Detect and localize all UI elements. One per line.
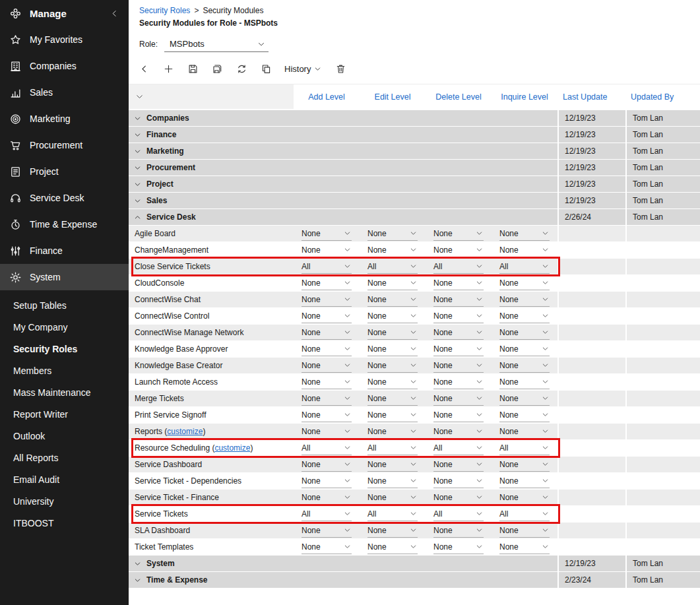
sidebar-item-outlook[interactable]: Outlook	[0, 425, 129, 447]
add-level-dropdown[interactable]: None	[302, 425, 352, 439]
sidebar-item-marketing[interactable]: Marketing	[0, 106, 129, 132]
save-button[interactable]	[187, 63, 199, 75]
chevron-up-icon[interactable]	[133, 213, 142, 222]
delete-level-dropdown[interactable]: None	[433, 227, 484, 241]
add-level-dropdown[interactable]: None	[302, 392, 352, 406]
sidebar-item-companies[interactable]: Companies	[0, 53, 129, 79]
column-header-last-update[interactable]: Last Update	[557, 84, 625, 109]
delete-level-dropdown[interactable]: None	[433, 474, 484, 488]
sidebar-item-manage[interactable]: Manage	[0, 0, 129, 26]
delete-level-dropdown[interactable]: None	[433, 293, 484, 307]
delete-level-dropdown[interactable]: None	[433, 458, 484, 472]
inquire-level-dropdown[interactable]: None	[499, 227, 550, 241]
delete-level-dropdown[interactable]: None	[433, 524, 484, 538]
column-header-delete-level[interactable]: Delete Level	[426, 84, 492, 109]
add-level-dropdown[interactable]: None	[302, 458, 352, 472]
group-row-companies[interactable]: Companies12/19/23Tom Lan	[129, 110, 700, 126]
edit-level-dropdown[interactable]: None	[367, 375, 418, 389]
inquire-level-dropdown[interactable]: None	[499, 243, 550, 257]
delete-level-dropdown[interactable]: None	[433, 392, 484, 406]
column-header-edit-level[interactable]: Edit Level	[360, 84, 426, 109]
inquire-level-dropdown[interactable]: None	[499, 276, 550, 290]
copy-button[interactable]	[260, 63, 272, 75]
group-row-system[interactable]: System12/19/23Tom Lan	[129, 556, 700, 571]
delete-level-dropdown[interactable]: None	[433, 425, 484, 439]
sidebar-item-project[interactable]: Project	[0, 158, 129, 185]
group-name-cell[interactable]: Service Desk	[129, 209, 294, 225]
edit-level-dropdown[interactable]: None	[367, 392, 418, 406]
inquire-level-dropdown[interactable]: None	[499, 474, 550, 488]
sidebar-item-security-roles[interactable]: Security Roles	[0, 338, 129, 360]
delete-level-dropdown[interactable]: None	[433, 375, 484, 389]
delete-level-dropdown[interactable]: All	[433, 507, 484, 521]
add-level-dropdown[interactable]: All	[302, 441, 352, 455]
inquire-level-dropdown[interactable]: None	[499, 309, 550, 323]
edit-level-dropdown[interactable]: None	[367, 309, 418, 323]
group-name-cell[interactable]: System	[129, 556, 294, 571]
delete-button[interactable]	[334, 63, 346, 75]
edit-level-dropdown[interactable]: None	[367, 425, 418, 439]
collapse-sidebar-icon[interactable]	[110, 9, 119, 18]
sidebar-item-all-reports[interactable]: All Reports	[0, 447, 129, 468]
delete-level-dropdown[interactable]: None	[433, 540, 484, 554]
edit-level-dropdown[interactable]: None	[367, 293, 418, 307]
chevron-down-icon[interactable]	[133, 164, 142, 172]
add-level-dropdown[interactable]: None	[302, 540, 352, 554]
inquire-level-dropdown[interactable]: None	[499, 342, 550, 356]
group-name-cell[interactable]: Finance	[129, 127, 294, 143]
edit-level-dropdown[interactable]: None	[367, 326, 418, 340]
add-button[interactable]	[162, 63, 174, 75]
delete-level-dropdown[interactable]: None	[433, 243, 484, 257]
group-name-cell[interactable]: Sales	[129, 193, 294, 208]
inquire-level-dropdown[interactable]: None	[499, 425, 550, 439]
edit-level-dropdown[interactable]: All	[367, 507, 418, 521]
group-name-cell[interactable]: Project	[129, 176, 294, 192]
inquire-level-dropdown[interactable]: None	[499, 524, 550, 538]
group-name-cell[interactable]: Time & Expense	[129, 572, 294, 588]
chevron-down-icon[interactable]	[133, 147, 142, 156]
delete-level-dropdown[interactable]: All	[433, 441, 484, 455]
inquire-level-dropdown[interactable]: None	[499, 359, 550, 373]
delete-level-dropdown[interactable]: None	[433, 342, 484, 356]
sidebar-item-time-expense[interactable]: Time & Expense	[0, 211, 129, 238]
column-header-inquire-level[interactable]: Inquire Level	[492, 84, 557, 109]
add-level-dropdown[interactable]: None	[302, 408, 352, 422]
group-row-finance[interactable]: Finance12/19/23Tom Lan	[129, 127, 700, 143]
breadcrumb-link[interactable]: Security Roles	[139, 6, 190, 15]
group-row-sales[interactable]: Sales12/19/23Tom Lan	[129, 193, 700, 208]
chevron-down-icon[interactable]	[133, 131, 142, 139]
edit-level-dropdown[interactable]: None	[367, 359, 418, 373]
edit-level-dropdown[interactable]: All	[367, 441, 418, 455]
column-header-add-level[interactable]: Add Level	[294, 84, 360, 109]
add-level-dropdown[interactable]: None	[302, 243, 352, 257]
chevron-down-icon[interactable]	[133, 576, 142, 585]
chevron-down-icon[interactable]	[133, 197, 142, 205]
group-row-time-expense[interactable]: Time & Expense2/23/24Tom Lan	[129, 572, 700, 588]
delete-level-dropdown[interactable]: None	[433, 326, 484, 340]
inquire-level-dropdown[interactable]: All	[499, 441, 550, 455]
add-level-dropdown[interactable]: All	[302, 507, 352, 521]
edit-level-dropdown[interactable]: None	[367, 276, 418, 290]
delete-level-dropdown[interactable]: None	[433, 276, 484, 290]
chevron-down-icon[interactable]	[133, 114, 142, 123]
add-level-dropdown[interactable]: None	[302, 342, 352, 356]
inquire-level-dropdown[interactable]: None	[499, 293, 550, 307]
inquire-level-dropdown[interactable]: All	[499, 260, 550, 274]
group-row-marketing[interactable]: Marketing12/19/23Tom Lan	[129, 143, 700, 159]
add-level-dropdown[interactable]: None	[302, 375, 352, 389]
group-name-cell[interactable]: Companies	[129, 110, 294, 126]
sidebar-item-my-favorites[interactable]: My Favorites	[0, 26, 129, 53]
sidebar-item-members[interactable]: Members	[0, 360, 129, 381]
expand-all-cell[interactable]	[129, 84, 294, 109]
group-row-procurement[interactable]: Procurement12/19/23Tom Lan	[129, 160, 700, 175]
sidebar-item-setup-tables[interactable]: Setup Tables	[0, 294, 129, 316]
inquire-level-dropdown[interactable]: None	[499, 392, 550, 406]
group-name-cell[interactable]: Procurement	[129, 160, 294, 175]
inquire-level-dropdown[interactable]: None	[499, 540, 550, 554]
inquire-level-dropdown[interactable]: None	[499, 326, 550, 340]
sidebar-item-procurement[interactable]: Procurement	[0, 132, 129, 158]
edit-level-dropdown[interactable]: None	[367, 540, 418, 554]
sidebar-item-service-desk[interactable]: Service Desk	[0, 185, 129, 211]
add-level-dropdown[interactable]: None	[302, 293, 352, 307]
sidebar-item-system[interactable]: System	[0, 264, 129, 290]
